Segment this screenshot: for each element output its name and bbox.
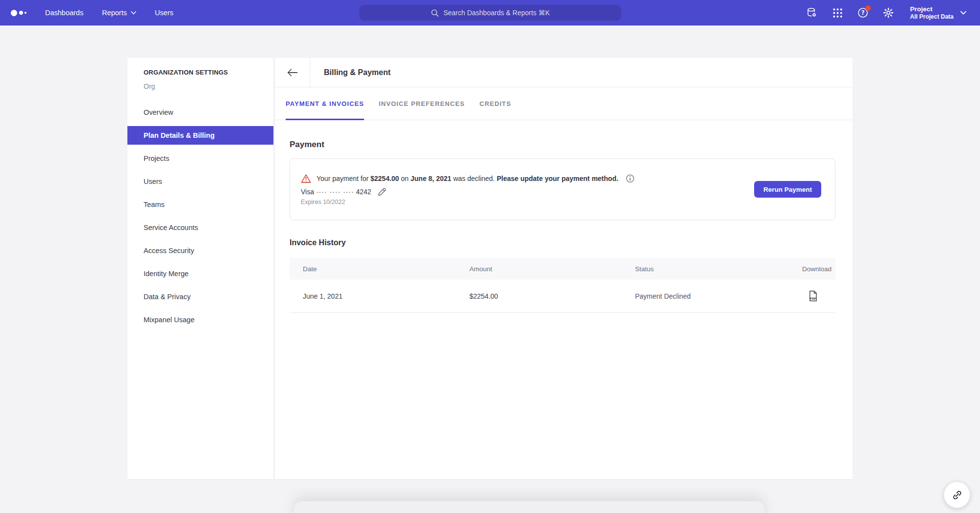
- bottom-sheet-shadow: [294, 501, 764, 513]
- sidebar-item-label: Identity Merge: [144, 270, 189, 278]
- chevron-down-icon: [960, 11, 966, 15]
- invoice-date: June 1, 2021: [303, 292, 469, 300]
- back-button[interactable]: [275, 58, 310, 87]
- sidebar-item-label: Data & Privacy: [144, 293, 191, 301]
- logo-dot: [19, 11, 23, 15]
- column-header-date: Date: [303, 265, 469, 273]
- org-settings-sidebar: ORGANIZATION SETTINGS Org Overview Plan …: [127, 58, 273, 479]
- sidebar-item-label: Projects: [144, 154, 169, 162]
- invoice-status: Payment Declined: [635, 292, 772, 300]
- project-selector-title: Project: [910, 5, 954, 13]
- warning-triangle-icon: [301, 174, 311, 183]
- search-icon: [431, 9, 439, 17]
- notification-badge: [865, 5, 871, 11]
- panel-header: Billing & Payment: [275, 58, 853, 87]
- invoice-amount: $2254.00: [469, 292, 635, 300]
- sidebar-item-label: Service Accounts: [144, 224, 198, 231]
- sidebar-item-label: Mixpanel Usage: [144, 316, 195, 324]
- nav-users-label: Users: [155, 9, 173, 17]
- column-header-download: Download: [772, 265, 835, 273]
- mixpanel-logo[interactable]: [11, 10, 30, 16]
- back-arrow-icon: [287, 69, 298, 77]
- sidebar-item-label: Plan Details & Billing: [144, 131, 215, 139]
- column-header-status: Status: [635, 265, 772, 273]
- org-name: Org: [144, 82, 264, 90]
- card-number: Visa ···· ···· ···· 4242: [301, 188, 371, 196]
- sidebar-item-users[interactable]: Users: [127, 172, 273, 191]
- chevron-down-icon: [131, 11, 136, 15]
- link-icon: [952, 489, 963, 501]
- sidebar-item-mixpanel-usage[interactable]: Mixpanel Usage: [127, 310, 273, 329]
- card-expiry: Expires 10/2022: [301, 199, 635, 205]
- nav-right-actions: ? Project All Project Data: [806, 0, 966, 26]
- project-selector[interactable]: Project All Project Data: [910, 5, 966, 20]
- settings-gear-icon[interactable]: [882, 7, 894, 19]
- nav-dashboards-label: Dashboards: [45, 9, 83, 17]
- sidebar-nav: Overview Plan Details & Billing Projects…: [127, 103, 273, 329]
- logo-dot: [11, 10, 17, 16]
- page-title: Billing & Payment: [310, 58, 391, 87]
- sidebar-item-label: Teams: [144, 201, 165, 208]
- rerun-payment-button[interactable]: Rerun Payment: [754, 181, 821, 198]
- billing-payment-panel: Billing & Payment PAYMENT & INVOICES INV…: [275, 58, 853, 479]
- nav-users[interactable]: Users: [155, 9, 173, 17]
- search-input[interactable]: Search Dashboards & Reports ⌘K: [359, 5, 621, 21]
- invoice-row: June 1, 2021 $2254.00 Payment Declined P…: [290, 280, 835, 313]
- edit-card-icon[interactable]: [377, 187, 387, 197]
- logo-dot: [24, 12, 26, 14]
- nav-dashboards[interactable]: Dashboards: [45, 9, 83, 17]
- search-placeholder: Search Dashboards & Reports ⌘K: [443, 9, 550, 17]
- sidebar-item-plan-details-billing[interactable]: Plan Details & Billing: [127, 126, 273, 145]
- data-management-icon[interactable]: [806, 7, 818, 19]
- sidebar-item-projects[interactable]: Projects: [127, 149, 273, 168]
- tab-credits[interactable]: CREDITS: [479, 87, 511, 120]
- invoice-table: Date Amount Status Download June 1, 2021…: [290, 258, 835, 313]
- info-icon[interactable]: [626, 174, 635, 183]
- sidebar-item-data-privacy[interactable]: Data & Privacy: [127, 287, 273, 306]
- payment-section-heading: Payment: [290, 140, 835, 150]
- primary-nav: Dashboards Reports Users: [45, 9, 173, 17]
- declined-payment-message: Your payment for $2254.00 on June 8, 202…: [317, 175, 618, 182]
- sidebar-item-label: Access Security: [144, 247, 194, 255]
- nav-reports-label: Reports: [102, 9, 127, 17]
- invoice-table-header: Date Amount Status Download: [290, 258, 835, 280]
- payment-card: Your payment for $2254.00 on June 8, 202…: [290, 158, 835, 220]
- billing-tabs: PAYMENT & INVOICES INVOICE PREFERENCES C…: [275, 87, 853, 120]
- sidebar-item-label: Overview: [144, 108, 173, 116]
- top-nav: Dashboards Reports Users Search Dashboar…: [0, 0, 980, 26]
- sidebar-item-overview[interactable]: Overview: [127, 103, 273, 122]
- sidebar-item-identity-merge[interactable]: Identity Merge: [127, 264, 273, 283]
- sidebar-item-service-accounts[interactable]: Service Accounts: [127, 218, 273, 237]
- apps-grid-icon[interactable]: [832, 7, 843, 19]
- sidebar-item-access-security[interactable]: Access Security: [127, 241, 273, 260]
- help-icon[interactable]: ?: [857, 7, 869, 19]
- column-header-amount: Amount: [469, 265, 635, 273]
- copy-link-button[interactable]: [944, 482, 970, 508]
- tab-invoice-preferences[interactable]: INVOICE PREFERENCES: [379, 87, 465, 120]
- download-pdf-icon[interactable]: PDF: [808, 290, 818, 302]
- svg-text:?: ?: [861, 9, 865, 16]
- project-selector-value: All Project Data: [910, 13, 954, 20]
- invoice-history-heading: Invoice History: [290, 238, 835, 247]
- sidebar-item-teams[interactable]: Teams: [127, 195, 273, 214]
- nav-reports[interactable]: Reports: [102, 9, 136, 17]
- tab-payment-invoices[interactable]: PAYMENT & INVOICES: [286, 87, 364, 120]
- sidebar-heading: ORGANIZATION SETTINGS: [144, 69, 264, 76]
- sidebar-item-label: Users: [144, 178, 162, 185]
- svg-text:PDF: PDF: [810, 297, 816, 300]
